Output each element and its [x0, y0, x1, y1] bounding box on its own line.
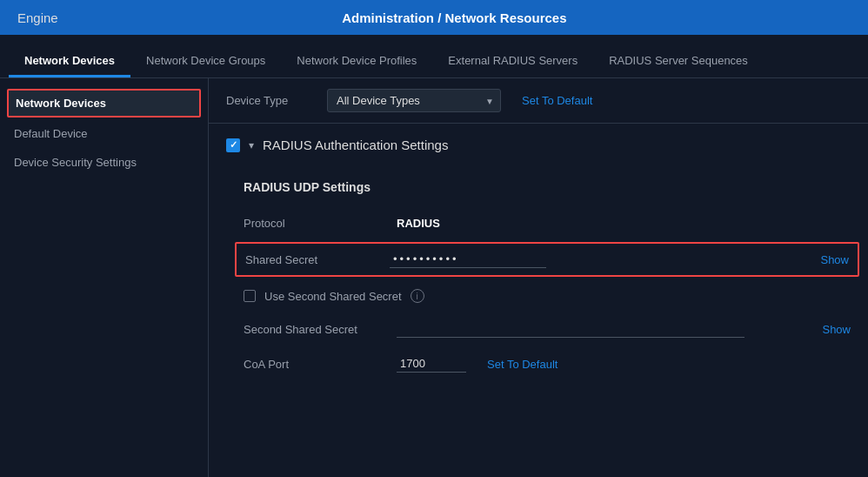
- udp-settings-title: RADIUS UDP Settings: [244, 180, 851, 194]
- sidebar-item-default-device[interactable]: Default Device: [0, 119, 208, 148]
- radius-auth-section: ▾ RADIUS Authentication Settings: [209, 124, 868, 180]
- tab-network-devices[interactable]: Network Devices: [9, 35, 130, 77]
- main-layout: Network Devices Default Device Device Se…: [0, 78, 868, 477]
- radius-section-title: RADIUS Authentication Settings: [263, 138, 448, 152]
- show-second-secret-button[interactable]: Show: [822, 323, 851, 336]
- content-area: Device Type All Device Types Set To Defa…: [209, 78, 868, 477]
- shared-secret-label: Shared Secret: [245, 253, 376, 266]
- use-second-secret-checkbox[interactable]: [244, 290, 256, 302]
- page-title: Administration / Network Resources: [342, 10, 566, 25]
- app-header: Engine Administration / Network Resource…: [0, 0, 868, 35]
- device-type-select[interactable]: All Device Types: [327, 89, 501, 112]
- protocol-value: RADIUS: [397, 217, 440, 230]
- show-shared-secret-button[interactable]: Show: [820, 253, 849, 266]
- second-secret-row: Second Shared Secret Show: [244, 312, 851, 346]
- device-type-set-to-default[interactable]: Set To Default: [522, 94, 592, 107]
- use-second-secret-row: Use Second Shared Secret i: [244, 280, 851, 312]
- shared-secret-input[interactable]: [390, 251, 546, 268]
- protocol-label: Protocol: [244, 217, 383, 230]
- coa-port-label: CoA Port: [244, 358, 383, 371]
- tab-network-device-profiles[interactable]: Network Device Profiles: [281, 35, 432, 77]
- sidebar-item-network-devices[interactable]: Network Devices: [7, 89, 201, 118]
- sidebar: Network Devices Default Device Device Se…: [0, 78, 209, 477]
- shared-secret-row: Shared Secret Show: [235, 242, 859, 277]
- second-secret-input[interactable]: [397, 320, 744, 338]
- coa-port-input[interactable]: [397, 355, 466, 373]
- coa-set-to-default[interactable]: Set To Default: [487, 358, 558, 371]
- device-type-select-wrapper: All Device Types: [327, 89, 501, 112]
- engine-label: Engine: [17, 10, 58, 25]
- chevron-down-icon: ▾: [249, 139, 254, 151]
- radius-section-checkbox[interactable]: [226, 138, 240, 152]
- protocol-row: Protocol RADIUS: [244, 208, 851, 238]
- device-type-row: Device Type All Device Types Set To Defa…: [209, 78, 868, 124]
- tab-radius-server-sequences[interactable]: RADIUS Server Sequences: [593, 35, 764, 77]
- coa-port-row: CoA Port Set To Default: [244, 346, 851, 381]
- device-type-label: Device Type: [226, 94, 313, 107]
- second-secret-label: Second Shared Secret: [244, 323, 383, 336]
- info-icon[interactable]: i: [411, 289, 424, 303]
- tab-external-radius-servers[interactable]: External RADIUS Servers: [432, 35, 593, 77]
- radius-udp-subsection: RADIUS UDP Settings Protocol RADIUS Shar…: [209, 180, 868, 390]
- use-second-secret-label: Use Second Shared Secret: [264, 290, 402, 303]
- nav-tabs: Network Devices Network Device Groups Ne…: [0, 35, 868, 78]
- sidebar-item-device-security-settings[interactable]: Device Security Settings: [0, 148, 208, 177]
- tab-network-device-groups[interactable]: Network Device Groups: [130, 35, 281, 77]
- radius-section-header: ▾ RADIUS Authentication Settings: [226, 138, 851, 152]
